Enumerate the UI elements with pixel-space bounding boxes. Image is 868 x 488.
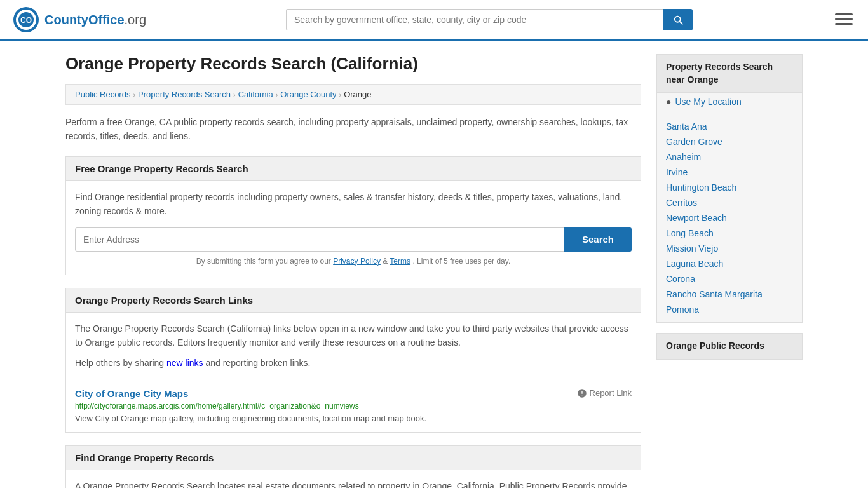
- privacy-policy-link[interactable]: Privacy Policy: [333, 257, 381, 266]
- breadcrumb-sep-1: ›: [133, 91, 135, 98]
- report-link[interactable]: Report Link: [577, 388, 632, 398]
- city-link-santa-ana[interactable]: Santa Ana: [666, 121, 707, 132]
- svg-rect-5: [835, 18, 853, 20]
- city-link-laguna-beach[interactable]: Laguna Beach: [666, 259, 723, 269]
- links-section-body: The Orange Property Records Search (Cali…: [66, 313, 641, 379]
- hamburger-icon: [835, 10, 853, 28]
- svg-rect-6: [835, 23, 853, 25]
- header-search-area: [286, 9, 693, 30]
- search-icon: [672, 14, 684, 25]
- city-link-garden-grove[interactable]: Garden Grove: [666, 137, 722, 147]
- city-link-corona[interactable]: Corona: [666, 274, 695, 284]
- breadcrumb: Public Records › Property Records Search…: [65, 84, 641, 105]
- links-section-header: Orange Property Records Search Links: [66, 288, 641, 313]
- find-section-description: A Orange Property Records Search locates…: [75, 479, 632, 488]
- list-item: Laguna Beach: [657, 256, 802, 271]
- breadcrumb-sep-3: ›: [276, 91, 278, 98]
- free-search-description: Find Orange residential property records…: [75, 190, 632, 219]
- sidebar: Property Records Search near Orange ● Us…: [656, 54, 803, 488]
- list-item: Irvine: [657, 165, 802, 180]
- link-title[interactable]: City of Orange City Maps: [75, 388, 188, 399]
- use-location-row: ● Use My Location: [657, 93, 802, 111]
- city-link-long-beach[interactable]: Long Beach: [666, 228, 714, 238]
- list-item: Rancho Santa Margarita: [657, 287, 802, 302]
- header-search-button[interactable]: [663, 9, 693, 30]
- sidebar-public-records-section: Orange Public Records: [656, 333, 803, 360]
- svg-rect-4: [835, 13, 853, 15]
- free-search-body: Find Orange residential property records…: [66, 181, 641, 274]
- sidebar-nearby-section: Property Records Search near Orange ● Us…: [656, 54, 803, 323]
- form-disclaimer: By submitting this form you agree to our…: [75, 257, 632, 266]
- list-item: Newport Beach: [657, 210, 802, 226]
- logo-text: CountyOffice.org: [44, 13, 146, 27]
- free-search-header: Free Orange Property Records Search: [66, 157, 641, 181]
- breadcrumb-public-records[interactable]: Public Records: [75, 90, 130, 99]
- city-link-cerritos[interactable]: Cerritos: [666, 198, 697, 208]
- breadcrumb-current: Orange: [344, 90, 371, 99]
- terms-link[interactable]: Terms: [390, 257, 410, 266]
- find-section-header: Find Orange Property Records: [66, 446, 641, 470]
- report-link-label: Report Link: [590, 388, 632, 398]
- list-item: Huntington Beach: [657, 180, 802, 195]
- link-item-header: City of Orange City Maps Report Link: [75, 388, 632, 402]
- list-item: Corona: [657, 271, 802, 287]
- breadcrumb-sep-2: ›: [233, 91, 236, 98]
- link-item: City of Orange City Maps Report Link htt…: [66, 379, 641, 432]
- list-item: Anaheim: [657, 149, 802, 165]
- list-item: Garden Grove: [657, 134, 802, 149]
- city-link-rancho-santa-margarita[interactable]: Rancho Santa Margarita: [666, 289, 763, 299]
- new-links-link[interactable]: new links: [166, 358, 203, 368]
- address-form: Search: [75, 227, 632, 252]
- report-icon: [577, 388, 587, 398]
- intro-text: Perform a free Orange, CA public propert…: [65, 115, 641, 144]
- disclaimer-text: By submitting this form you agree to our: [196, 257, 331, 266]
- find-section: Find Orange Property Records A Orange Pr…: [65, 445, 641, 488]
- city-link-pomona[interactable]: Pomona: [666, 304, 699, 315]
- city-link-huntington-beach[interactable]: Huntington Beach: [666, 182, 736, 193]
- disclaimer-and: &: [383, 257, 390, 266]
- list-item: Mission Viejo: [657, 241, 802, 256]
- list-item: Long Beach: [657, 226, 802, 241]
- address-input[interactable]: [75, 227, 564, 252]
- site-header: CO CountyOffice.org: [0, 0, 868, 41]
- list-item: Cerritos: [657, 195, 802, 210]
- list-item: Pomona: [657, 302, 802, 317]
- link-desc: View City of Orange map gallery, includi…: [75, 414, 426, 423]
- free-search-section: Free Orange Property Records Search Find…: [65, 156, 641, 275]
- sidebar-nearby-header: Property Records Search near Orange: [657, 55, 802, 93]
- disclaimer-limit: . Limit of 5 free uses per day.: [412, 257, 510, 266]
- breadcrumb-orange-county[interactable]: Orange County: [280, 90, 336, 99]
- breadcrumb-sep-4: ›: [339, 91, 342, 98]
- header-search-input[interactable]: [286, 9, 663, 30]
- city-link-irvine[interactable]: Irvine: [666, 167, 688, 177]
- links-section: Orange Property Records Search Links The…: [65, 288, 641, 433]
- link-url: http://cityoforange.maps.arcgis.com/home…: [75, 402, 632, 410]
- city-link-newport-beach[interactable]: Newport Beach: [666, 213, 727, 223]
- svg-text:CO: CO: [20, 16, 32, 25]
- page-title: Orange Property Records Search (Californ…: [65, 54, 641, 74]
- address-search-button[interactable]: Search: [564, 227, 632, 252]
- content-area: Orange Property Records Search (Californ…: [65, 54, 641, 488]
- links-help-text: Help others by sharing new links and rep…: [75, 356, 632, 370]
- hamburger-menu-button[interactable]: [832, 8, 855, 32]
- logo-icon: CO: [13, 6, 39, 33]
- breadcrumb-property-records-search[interactable]: Property Records Search: [138, 90, 231, 99]
- sidebar-public-records-header: Orange Public Records: [657, 334, 802, 360]
- find-section-body: A Orange Property Records Search locates…: [66, 470, 641, 488]
- city-link-mission-viejo[interactable]: Mission Viejo: [666, 243, 718, 254]
- logo-area: CO CountyOffice.org: [13, 6, 146, 33]
- use-my-location-link[interactable]: Use My Location: [675, 97, 741, 107]
- main-container: Orange Property Records Search (Californ…: [53, 41, 815, 488]
- breadcrumb-california[interactable]: California: [238, 90, 273, 99]
- location-pin-icon: ●: [666, 97, 671, 107]
- city-link-anaheim[interactable]: Anaheim: [666, 152, 701, 162]
- nearby-cities-list: Santa Ana Garden Grove Anaheim Irvine Hu…: [657, 114, 802, 322]
- links-description: The Orange Property Records Search (Cali…: [75, 322, 632, 350]
- list-item: Santa Ana: [657, 119, 802, 134]
